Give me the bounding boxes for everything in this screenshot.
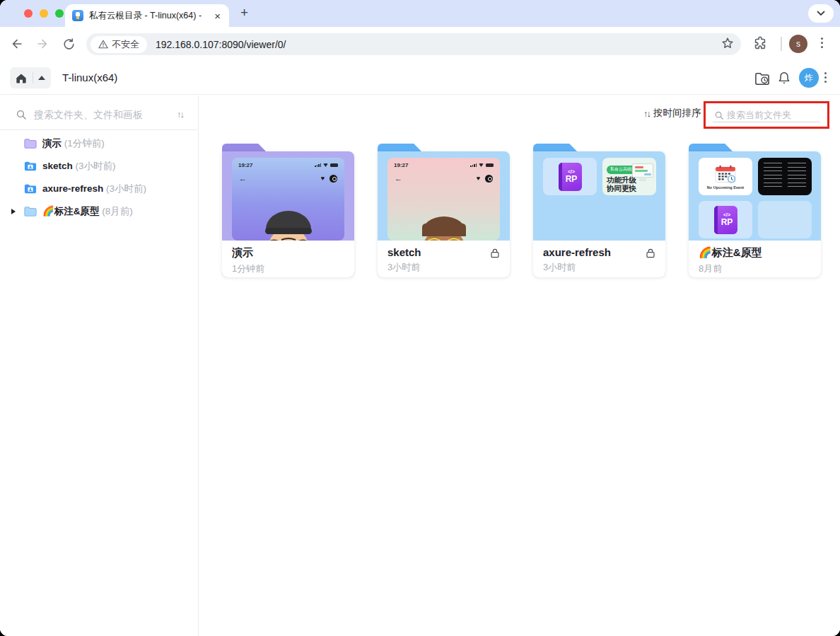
- browser-menu-button[interactable]: [821, 37, 823, 48]
- home-nav-group[interactable]: [10, 67, 51, 88]
- search-underline: [713, 122, 820, 122]
- sort-label: 按时间排序: [653, 107, 701, 120]
- back-arrow-icon: ←: [395, 174, 402, 183]
- lock-icon: [645, 248, 656, 259]
- browser-toolbar: 不安全 192.168.0.107:8090/viewer/0/ s: [0, 27, 840, 61]
- recent-files-icon[interactable]: [754, 70, 771, 87]
- main-content: ↑↓ 按时间排序 搜索当前文件夹 19:27: [199, 96, 840, 636]
- url-text: 192.168.0.107:8090/viewer/0/: [156, 39, 286, 50]
- card-label: sketch 3小时前: [378, 241, 510, 277]
- signal-icon: [315, 163, 321, 168]
- sidebar-item-folder[interactable]: 🌈标注&原型 (8月前): [0, 200, 197, 223]
- phone-time: 19:27: [238, 162, 252, 168]
- toolbar-separator: [781, 37, 782, 51]
- sidebar-item-folder[interactable]: axure-refresh (3小时前): [0, 178, 197, 200]
- calendar-icon: [713, 164, 737, 184]
- browser-profile-avatar[interactable]: s: [789, 35, 807, 53]
- signal-icon: [470, 163, 477, 168]
- wifi-icon: [479, 163, 484, 167]
- address-bar[interactable]: 不安全 192.168.0.107:8090/viewer/0/: [86, 33, 741, 55]
- sidebar-search-input[interactable]: 搜索文件夹、文件和画板 ↑↓: [0, 103, 197, 128]
- window-minimize-button[interactable]: [40, 9, 48, 18]
- sidebar-divider: [0, 129, 197, 130]
- user-avatar[interactable]: 炸: [799, 68, 819, 88]
- sidebar-item-time: (8月前): [102, 206, 133, 216]
- folder-image-icon: [24, 183, 37, 195]
- app-header: T-linux(x64) 炸: [0, 61, 840, 95]
- site-favicon-icon: [72, 10, 83, 21]
- lock-icon: [489, 248, 501, 259]
- card-label: axure-refresh 3小时前: [533, 241, 665, 277]
- sidebar-item-label: 🌈标注&原型: [42, 206, 100, 216]
- notifications-bell-icon[interactable]: [776, 70, 793, 87]
- heart-icon: ♥: [321, 175, 325, 182]
- axure-rp-icon: </> RP: [559, 163, 582, 191]
- page-title: T-linux(x64): [62, 71, 117, 83]
- tab-search-button[interactable]: [808, 4, 834, 23]
- sidebar-item-folder[interactable]: 演示 (1分钟前): [0, 132, 197, 155]
- card-time: 3小时前: [387, 261, 500, 274]
- folder-card[interactable]: No Upcoming Event </> RP 🌈标注&原型 8月前: [689, 144, 821, 277]
- sidebar-search-placeholder: 搜索文件夹、文件和画板: [34, 109, 143, 122]
- folder-thumbnail: 19:27 ← ♥: [232, 158, 344, 241]
- card-time: 1分钟前: [232, 262, 344, 275]
- avatar-glasses-illustration: [402, 195, 486, 241]
- sort-arrows-icon: ↑↓: [643, 108, 650, 119]
- event-text: No Upcoming Event: [707, 185, 744, 190]
- home-icon[interactable]: [16, 73, 27, 83]
- tab-close-icon[interactable]: ×: [213, 10, 222, 22]
- battery-icon: [330, 163, 338, 168]
- home-group-divider: [33, 72, 33, 83]
- annotation-highlight-box: 搜索当前文件夹: [704, 101, 829, 129]
- back-arrow-icon: ←: [239, 174, 247, 183]
- security-label: 不安全: [112, 38, 139, 51]
- extensions-button[interactable]: [752, 35, 768, 51]
- window-close-button[interactable]: [24, 9, 33, 18]
- card-name: axure-refresh: [543, 246, 655, 258]
- card-time: 8月前: [699, 262, 811, 275]
- browser-tab[interactable]: 私有云根目录 - T-linux(x64) - ×: [65, 4, 229, 27]
- sidebar-item-time: (3小时前): [106, 183, 146, 194]
- security-chip[interactable]: 不安全: [91, 36, 147, 53]
- expand-caret-icon[interactable]: [11, 209, 16, 214]
- bookmark-star-button[interactable]: [720, 35, 735, 51]
- forward-button[interactable]: [34, 35, 51, 52]
- warning-icon: [98, 40, 108, 49]
- phone-call-icon: [329, 175, 337, 183]
- folder-card[interactable]: 19:27 ← ♥: [222, 144, 354, 277]
- card-name: 🌈标注&原型: [699, 246, 811, 260]
- current-folder-search-input[interactable]: 搜索当前文件夹: [706, 103, 827, 127]
- thumbnail-dark-spec: [758, 158, 812, 195]
- sidebar-item-folder[interactable]: sketch (3小时前): [0, 155, 197, 178]
- folder-image-icon: [24, 161, 37, 172]
- folder-card[interactable]: 19:27 ← ♥: [378, 144, 510, 277]
- reload-button[interactable]: [60, 35, 77, 52]
- tab-strip: 私有云根目录 - T-linux(x64) - × +: [0, 0, 840, 27]
- promo-title-line2: 协同更快: [607, 184, 656, 193]
- collapse-caret-icon[interactable]: [38, 76, 45, 80]
- sidebar-item-time: (3小时前): [76, 161, 116, 171]
- new-tab-button[interactable]: +: [240, 5, 248, 21]
- tab-title: 私有云根目录 - T-linux(x64) -: [89, 10, 207, 22]
- heart-icon: ♥: [477, 175, 480, 182]
- folder-card[interactable]: </> RP 私有云高级版 功能升级 协同更快 原型与母版 大文件管理: [533, 144, 665, 277]
- sidebar: 搜索文件夹、文件和画板 ↑↓ 演示 (1分钟前) sketch (3小时前): [0, 96, 199, 636]
- thumbnail-promo: 私有云高级版 功能升级 协同更快 原型与母版 大文件管理: [602, 158, 656, 195]
- avatar-beanie-illustration: [246, 195, 331, 241]
- sidebar-sort-icon[interactable]: ↑↓: [177, 109, 183, 120]
- sidebar-folder-tree: 演示 (1分钟前) sketch (3小时前) axure-: [0, 132, 197, 223]
- header-menu-button[interactable]: [824, 72, 827, 83]
- card-time: 3小时前: [543, 261, 655, 274]
- back-button[interactable]: [8, 35, 25, 52]
- sort-by-time-button[interactable]: ↑↓ 按时间排序: [643, 107, 701, 120]
- wifi-icon: [323, 163, 328, 167]
- sidebar-item-label: 演示: [42, 138, 62, 149]
- folder-purple-icon: [24, 138, 37, 149]
- card-name: sketch: [387, 246, 500, 258]
- window-zoom-button[interactable]: [55, 9, 64, 18]
- folder-thumbnail: 19:27 ← ♥: [387, 158, 500, 241]
- search-icon: [16, 109, 27, 120]
- sidebar-item-label: sketch: [42, 161, 73, 171]
- axure-rp-icon: </> RP: [714, 206, 737, 234]
- browser-window: 私有云根目录 - T-linux(x64) - × + 不安全: [0, 0, 840, 636]
